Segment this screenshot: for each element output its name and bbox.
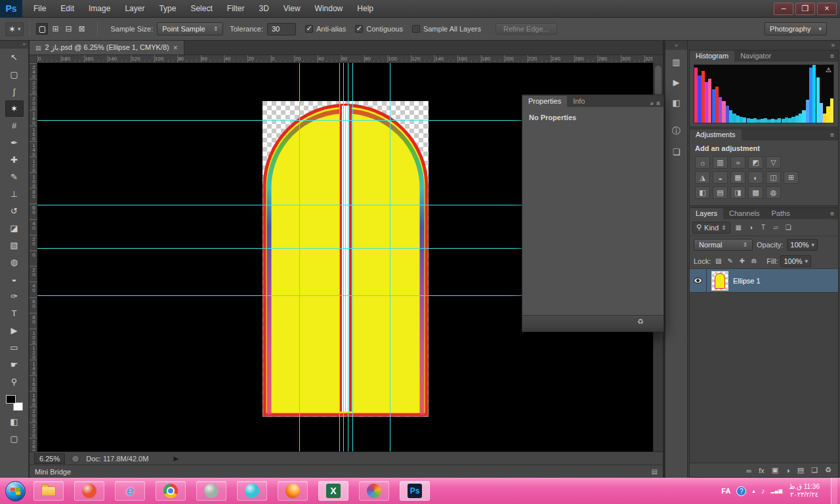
ruler-origin[interactable] [30, 55, 37, 63]
language-indicator[interactable]: FA [721, 487, 730, 495]
link-layers-icon[interactable]: ∞ [746, 467, 751, 474]
adjustment-icon[interactable]: ◫ [766, 171, 781, 184]
adjustment-icon[interactable]: ≈ [730, 156, 746, 169]
tab-info[interactable]: Info [567, 96, 591, 107]
adjustment-icon[interactable]: ▤ [713, 186, 728, 199]
brush-tool[interactable]: ✎ [5, 169, 24, 185]
guide-vertical[interactable] [299, 63, 300, 452]
history-brush-tool[interactable]: ↺ [5, 203, 24, 219]
healing-brush-tool[interactable]: ✚ [5, 152, 24, 168]
volume-icon[interactable]: ♪ [761, 487, 765, 495]
info-panel-icon[interactable]: ⓘ [668, 123, 685, 140]
new-selection-icon[interactable]: ▢ [36, 23, 48, 35]
adjustments-panel-icon[interactable]: ◧ [668, 94, 685, 111]
guide-vertical[interactable] [390, 63, 390, 452]
restore-button[interactable]: ❐ [795, 3, 815, 15]
adjustment-icon[interactable]: ⊞ [784, 171, 799, 184]
layer-group-icon[interactable]: ▤ [797, 466, 804, 474]
tab-layers[interactable]: Layers [690, 208, 723, 219]
crop-tool[interactable]: # [5, 117, 24, 134]
menu-select[interactable]: Select [183, 0, 219, 17]
contiguous-checkbox[interactable]: ✓ Contiguous [355, 25, 403, 33]
expand-panels-chevron[interactable]: » [665, 41, 687, 50]
delete-icon[interactable]: ♻ [637, 318, 644, 326]
show-desktop-button[interactable] [831, 478, 837, 504]
filter-pixel-layers-icon[interactable]: ▦ [733, 222, 744, 233]
clone-source-panel-icon[interactable]: ❏ [668, 143, 685, 160]
taskbar-gray-app[interactable] [196, 481, 226, 501]
tab-close-icon[interactable]: × [173, 43, 178, 52]
type-tool[interactable]: T [5, 305, 24, 322]
mini-bridge-bar[interactable]: Mini Bridge ▤ [30, 465, 663, 478]
histogram-panel-icon[interactable]: ▥ [668, 53, 685, 70]
guide-vertical[interactable] [339, 63, 340, 452]
layer-filter-kind-select[interactable]: ⚲ Kind ⇕ [692, 222, 730, 234]
panel-menu-icon[interactable]: ≡ [830, 208, 838, 219]
collapse-chevron-icon[interactable]: » [650, 100, 657, 107]
layer-row-ellipse-1[interactable]: Ellipse 1 [690, 269, 838, 293]
panel-menu-icon[interactable]: ≡ [830, 51, 838, 62]
tab-navigator[interactable]: Navigator [734, 51, 777, 62]
intersect-selection-icon[interactable]: ⊠ [75, 23, 87, 35]
zoom-tool[interactable]: ⚲ [5, 373, 24, 390]
resize-handle[interactable] [522, 328, 663, 331]
adjustment-icon[interactable]: ▥ [713, 156, 728, 169]
blend-mode-select[interactable]: Normal ⇕ [694, 239, 753, 251]
layer-style-icon[interactable]: fx [759, 467, 765, 474]
hand-tool[interactable]: ☛ [5, 356, 24, 373]
layer-thumbnail[interactable] [711, 271, 728, 291]
lock-all-icon[interactable]: ⋒ [749, 256, 759, 266]
layer-name[interactable]: Ellipse 1 [733, 277, 761, 285]
sample-size-select[interactable]: Point Sample ⇕ [157, 22, 223, 35]
taskbar-chrome[interactable] [156, 481, 186, 501]
delete-layer-icon[interactable]: ♻ [825, 466, 831, 474]
workspace-switcher[interactable]: Photography ▾ [765, 22, 827, 35]
taskbar-media-player[interactable] [74, 481, 104, 501]
tab-histogram[interactable]: Histogram [690, 51, 734, 62]
panel-menu-icon[interactable]: ≡ [830, 129, 838, 140]
pen-tool[interactable]: ✑ [5, 288, 24, 304]
layer-visibility-toggle[interactable] [690, 269, 707, 292]
menu-edit[interactable]: Edit [53, 0, 81, 17]
lock-image-pixels-icon[interactable]: ✎ [725, 256, 735, 266]
filter-smart-objects-icon[interactable]: ❏ [783, 222, 794, 233]
opacity-input[interactable]: 100% ▾ [787, 239, 818, 251]
adjustment-icon[interactable]: ◐ [748, 171, 763, 184]
menu-window[interactable]: Window [308, 0, 350, 17]
gradient-tool[interactable]: ▧ [5, 237, 24, 253]
subtract-from-selection-icon[interactable]: ⊟ [62, 23, 74, 35]
taskbar-photo-viewer[interactable] [359, 481, 389, 501]
adjustment-icon[interactable]: ▦ [730, 171, 746, 184]
adjustment-icon[interactable]: ☼ [695, 156, 710, 169]
screen-mode-button[interactable]: ▢ [5, 430, 24, 447]
panel-menu-icon[interactable]: ≡ [656, 100, 663, 107]
taskbar-windows-explorer[interactable] [33, 481, 64, 501]
filter-adjustment-layers-icon[interactable]: ◑ [746, 222, 757, 233]
anti-alias-checkbox[interactable]: ✓ Anti-alias [305, 25, 346, 33]
menu-layer[interactable]: Layer [117, 0, 152, 17]
lock-position-icon[interactable]: ✚ [737, 256, 747, 266]
cached-data-warning-icon[interactable]: ⚠ [826, 66, 831, 74]
fill-input[interactable]: 100% ▾ [780, 255, 811, 267]
adjustment-icon[interactable]: ◧ [695, 186, 710, 199]
tab-properties[interactable]: Properties [522, 96, 567, 107]
tools-panel-header[interactable]: » [0, 41, 28, 49]
shape-tool[interactable]: ▭ [5, 339, 24, 356]
menu-3d[interactable]: 3D [251, 0, 276, 17]
mag6ic-wand-tool[interactable]: ✶ [5, 100, 24, 117]
zoom-level-field[interactable]: 6.25% [34, 453, 65, 464]
blur-tool[interactable]: ◍ [5, 254, 24, 270]
taskbar-photoshop[interactable]: Ps [400, 481, 430, 501]
document-tab[interactable]: ▤ باز 2.psd @ 6.25% (Ellipse 1, CMYK/8) … [30, 41, 184, 54]
clock[interactable]: 11:36 ق.ظ ٢٠٢٣/٢/٢٤ [789, 483, 820, 499]
adjustment-icon[interactable]: ◒ [713, 171, 728, 184]
filter-shape-layers-icon[interactable]: ▱ [770, 222, 782, 233]
path-selection-tool[interactable]: ▶ [5, 322, 24, 339]
quick-mask-button[interactable]: ◧ [5, 413, 24, 430]
layer-mask-icon[interactable]: ▣ [772, 466, 778, 474]
mini-bridge-panel-icon[interactable]: ▤ [652, 468, 658, 475]
filter-type-layers-icon[interactable]: T [758, 222, 769, 233]
new-layer-icon[interactable]: ❏ [811, 466, 818, 474]
collapse-panels-chevron[interactable]: » [688, 41, 840, 50]
color-swatches[interactable] [6, 395, 23, 411]
